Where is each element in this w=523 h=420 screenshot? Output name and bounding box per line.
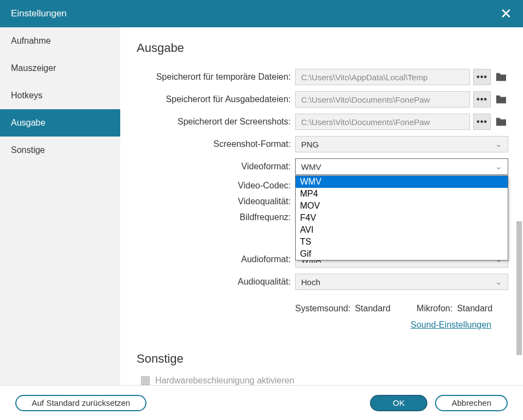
label-screenshot-format: Screenshot-Format:	[137, 139, 295, 149]
browse-screenshot-button[interactable]: •••	[473, 114, 491, 130]
dropdown-option-ts[interactable]: TS	[296, 236, 508, 248]
select-value: Hoch	[301, 277, 320, 287]
chevron-down-icon: ⌄	[495, 162, 502, 171]
label-audio-format: Audioformat:	[137, 255, 295, 264]
input-output-path[interactable]	[295, 91, 470, 108]
label-video-format: Videoformat:	[137, 162, 295, 171]
label-video-quality: Videoqualität:	[137, 197, 295, 206]
label-video-codec: Video-Codec:	[137, 181, 295, 191]
input-temp-path[interactable]	[295, 69, 470, 85]
folder-icon[interactable]	[494, 92, 508, 107]
folder-icon[interactable]	[494, 115, 508, 129]
sound-settings-link[interactable]: Sound-Einstellungen	[410, 320, 491, 329]
window-title: Einstellungen	[11, 8, 67, 19]
systemsound-label: Systemsound:	[295, 304, 350, 313]
audio-info-row: Systemsound: Standard Mikrofon: Standard	[137, 304, 512, 313]
chevron-down-icon: ⌄	[495, 277, 502, 287]
select-screenshot-format[interactable]: PNG ⌄	[295, 136, 508, 152]
browse-temp-button[interactable]: •••	[473, 69, 491, 85]
title-bar: Einstellungen ✕	[0, 0, 523, 27]
systemsound-value: Standard	[355, 304, 390, 313]
content-area: Ausgabe Speicherort für temporäre Dateie…	[120, 27, 523, 385]
chevron-down-icon: ⌄	[495, 139, 502, 149]
dropdown-option-wmv[interactable]: WMV	[296, 176, 508, 188]
select-video-format[interactable]: WMV ⌄	[295, 158, 508, 175]
folder-icon[interactable]	[494, 70, 508, 84]
video-format-dropdown: WMV MP4 MOV F4V AVI TS Gif	[295, 175, 508, 261]
scrollbar-thumb[interactable]	[516, 221, 522, 355]
section-heading-output: Ausgabe	[137, 41, 512, 55]
label-audio-quality: Audioqualität:	[137, 277, 295, 287]
input-screenshot-path[interactable]	[295, 114, 470, 130]
dropdown-option-gif[interactable]: Gif	[296, 248, 508, 260]
dropdown-option-mp4[interactable]: MP4	[296, 188, 508, 200]
label-temp-path: Speicherort für temporäre Dateien:	[137, 72, 295, 82]
dropdown-option-f4v[interactable]: F4V	[296, 212, 508, 224]
footer: Auf Standard zurücksetzen OK Abbrechen	[0, 385, 523, 420]
sidebar-item-sonstige[interactable]: Sonstige	[0, 137, 120, 164]
sidebar-item-mauszeiger[interactable]: Mauszeiger	[0, 55, 120, 82]
sidebar: Aufnahme Mauszeiger Hotkeys Ausgabe Sons…	[0, 27, 120, 385]
sidebar-item-aufnahme[interactable]: Aufnahme	[0, 27, 120, 55]
dropdown-option-avi[interactable]: AVI	[296, 224, 508, 236]
cancel-button[interactable]: Abbrechen	[435, 395, 508, 411]
select-value: PNG	[301, 140, 319, 149]
sidebar-item-ausgabe[interactable]: Ausgabe	[0, 109, 120, 137]
dropdown-option-mov[interactable]: MOV	[296, 200, 508, 212]
mic-label: Mikrofon:	[416, 304, 453, 313]
mic-value: Standard	[457, 304, 492, 313]
label-framerate: Bildfrequenz:	[137, 212, 295, 222]
sidebar-item-hotkeys[interactable]: Hotkeys	[0, 82, 120, 109]
checkbox-hw-accel[interactable]	[141, 376, 150, 385]
label-screenshot-path: Speicherort der Screenshots:	[137, 117, 295, 127]
close-icon[interactable]: ✕	[500, 5, 512, 22]
section-heading-other: Sonstige	[137, 352, 512, 366]
reset-button[interactable]: Auf Standard zurücksetzen	[15, 395, 146, 411]
select-audio-quality[interactable]: Hoch ⌄	[295, 274, 508, 290]
ok-button[interactable]: OK	[370, 395, 428, 411]
checkbox-hw-accel-label: Hardwarebeschleunigung aktivieren	[155, 376, 294, 385]
label-output-path: Speicherort für Ausgabedateien:	[137, 94, 295, 104]
browse-output-button[interactable]: •••	[473, 91, 491, 108]
select-value: WMV	[301, 162, 321, 171]
